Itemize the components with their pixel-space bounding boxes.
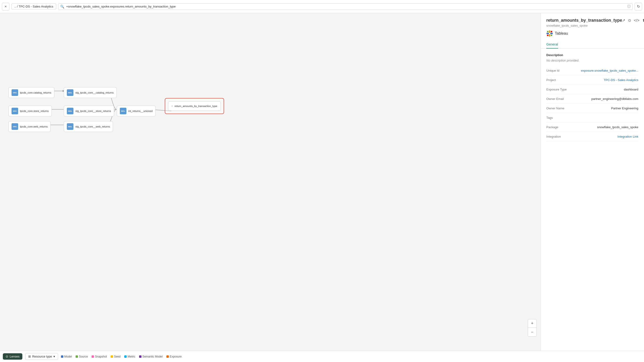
- refresh-button[interactable]: ↻: [634, 3, 642, 10]
- legend-source: Source: [76, 355, 88, 358]
- canvas-area[interactable]: SRC tpcds_core.catalog_returns SRC tpcds…: [0, 13, 540, 351]
- legend-semantic-model: Semantic Model: [139, 355, 163, 358]
- legend-dot-model: [61, 355, 63, 358]
- node-label: int_returns__unioned: [128, 110, 152, 112]
- legend-snapshot: Snapshot: [92, 355, 107, 358]
- svg-rect-5: [172, 106, 172, 106]
- field-value-integration[interactable]: Integration Link: [579, 135, 638, 138]
- node-label: stg_tpcds_core__store_returns: [75, 110, 111, 112]
- node-label: stg_tpcds_core__catalog_returns: [75, 91, 114, 94]
- tableau-branding: Tableau: [541, 27, 644, 37]
- svg-rect-14: [549, 34, 550, 37]
- external-link-icon[interactable]: ↗: [622, 18, 625, 23]
- legend-dot-source: [76, 355, 78, 358]
- resource-type-icon: ⊞: [28, 355, 31, 358]
- field-label-integration: Integration: [546, 135, 579, 138]
- legend: Model Source Snapshot Seed Metric Semant…: [61, 355, 182, 358]
- src-badge: SRC: [12, 123, 18, 130]
- legend-exposure: Exposure: [166, 355, 182, 358]
- legend-dot-metric: [124, 355, 127, 358]
- field-unique-id: Unique Id exposure.snowflake_tpcds_sales…: [546, 66, 638, 75]
- legend-label-snapshot: Snapshot: [95, 355, 107, 358]
- panel-content: Description No description provided. Uni…: [541, 49, 644, 351]
- panel-tabs: General: [541, 41, 644, 49]
- code-icon[interactable]: </>: [634, 18, 639, 23]
- description-value: No description provided.: [546, 59, 638, 62]
- close-tab-button[interactable]: ×: [2, 3, 10, 10]
- field-label-owner-name: Owner Name: [546, 107, 579, 110]
- svg-rect-16: [550, 33, 553, 34]
- field-label-project: Project: [546, 78, 579, 82]
- svg-rect-9: [172, 106, 172, 106]
- right-panel: return_amounts_by_transaction_type snowf…: [540, 13, 644, 351]
- node-label: tpcds_core.catalog_returns: [20, 91, 51, 94]
- resource-type-button[interactable]: ⊞ Resource type ▾: [25, 353, 58, 360]
- field-label-owner-email: Owner Email: [546, 97, 579, 101]
- search-bar-container: 🔍 ⓘ: [58, 3, 633, 10]
- field-exposure-type: Exposure Type dashboard: [546, 85, 638, 94]
- zoom-controls: + −: [528, 319, 537, 336]
- field-value-unique-id[interactable]: exposure.snowflake_tpcds_sales_spoke...: [579, 69, 638, 72]
- dag-arrows: [0, 13, 540, 351]
- field-owner-email: Owner Email partner_engineering@dbtlabs.…: [546, 94, 638, 104]
- mdl-badge: MDL: [120, 108, 126, 114]
- node-store-returns[interactable]: SRC tpcds_core.store_returns: [8, 106, 52, 116]
- tableau-node-icon: [172, 103, 172, 109]
- legend-label-exposure: Exposure: [170, 355, 182, 358]
- field-integration: Integration Integration Link: [546, 132, 638, 141]
- panel-header: return_amounts_by_transaction_type snowf…: [541, 13, 644, 27]
- resource-type-label: Resource type: [32, 355, 52, 358]
- node-label: stg_tpcds_core__web_returns: [75, 125, 110, 128]
- field-value-exposure-type: dashboard: [579, 88, 638, 91]
- node-stg-store[interactable]: MDL stg_tpcds_core__store_returns: [64, 106, 114, 116]
- node-int-returns[interactable]: MDL int_returns__unioned: [117, 106, 156, 116]
- exposure-node[interactable]: return_amounts_by_transaction_type: [168, 101, 221, 111]
- breadcrumb[interactable]: .. / TPC-DS - Sales Analytics: [11, 4, 56, 10]
- field-value-project[interactable]: TPC-DS - Sales Analytics: [579, 78, 638, 82]
- mdl-badge: MDL: [67, 108, 74, 114]
- legend-label-seed: Seed: [114, 355, 120, 358]
- node-stg-web[interactable]: MDL stg_tpcds_core__web_returns: [64, 121, 113, 132]
- svg-rect-18: [551, 31, 552, 32]
- chevron-down-icon: ▾: [54, 355, 55, 358]
- node-stg-catalog[interactable]: MDL stg_tpcds_core__catalog_returns: [64, 87, 117, 98]
- svg-rect-6: [172, 106, 172, 107]
- lenses-label: Lenses: [10, 355, 20, 358]
- svg-rect-10: [172, 106, 172, 106]
- field-label-unique-id: Unique Id: [546, 69, 579, 72]
- exposure-node-label: return_amounts_by_transaction_type: [174, 105, 217, 107]
- zoom-in-button[interactable]: +: [528, 319, 536, 328]
- search-input[interactable]: [66, 5, 626, 8]
- share-icon[interactable]: ⬆: [642, 18, 644, 23]
- lenses-button[interactable]: ⊙ Lenses: [3, 353, 22, 360]
- legend-dot-exposure: [166, 355, 169, 358]
- node-catalog-returns[interactable]: SRC tpcds_core.catalog_returns: [8, 87, 54, 98]
- svg-rect-15: [546, 33, 549, 34]
- tab-general[interactable]: General: [546, 41, 558, 49]
- node-label: tpcds_core.store_returns: [20, 110, 49, 112]
- exposure-container[interactable]: return_amounts_by_transaction_type: [165, 98, 224, 114]
- svg-rect-13: [549, 30, 550, 33]
- node-label: tpcds_core.web_returns: [20, 125, 48, 128]
- main-layout: SRC tpcds_core.catalog_returns SRC tpcds…: [0, 13, 644, 351]
- panel-title: return_amounts_by_transaction_type: [546, 18, 622, 23]
- src-badge: SRC: [12, 89, 18, 96]
- bottom-bar: ⊙ Lenses ⊞ Resource type ▾ Model Source …: [0, 351, 644, 362]
- tableau-app-name: Tableau: [555, 31, 568, 36]
- svg-rect-20: [551, 35, 552, 36]
- legend-label-semantic-model: Semantic Model: [142, 355, 163, 358]
- field-tags: Tags: [546, 113, 638, 123]
- legend-label-source: Source: [79, 355, 88, 358]
- help-icon[interactable]: ⊙: [628, 18, 631, 23]
- field-label-package: Package: [546, 125, 579, 129]
- svg-rect-17: [547, 31, 548, 32]
- svg-rect-8: [172, 106, 173, 106]
- top-bar: × .. / TPC-DS - Sales Analytics 🔍 ⓘ ↻: [0, 0, 644, 13]
- description-label: Description: [546, 53, 638, 57]
- zoom-out-button[interactable]: −: [528, 328, 536, 336]
- node-web-returns[interactable]: SRC tpcds_core.web_returns: [8, 121, 50, 132]
- legend-seed: Seed: [111, 355, 120, 358]
- legend-dot-snapshot: [92, 355, 94, 358]
- field-value-owner-email: partner_engineering@dbtlabs.com: [579, 97, 638, 101]
- info-icon[interactable]: ⓘ: [627, 5, 630, 9]
